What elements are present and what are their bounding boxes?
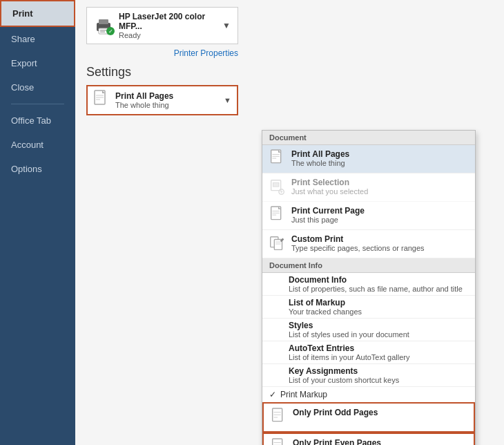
sidebar-item-label: Share [11,34,35,44]
svg-rect-14 [273,182,278,187]
document-info-title: Document Info [289,275,468,285]
print-selection-desc: Just what you selected [291,187,468,196]
document-info-desc: List of properties, such as file name, a… [289,285,468,293]
print-all-pages-text: Print All Pages The whole thing [291,149,468,167]
print-markup-row[interactable]: ✓ Print Markup [262,387,475,402]
document-info-text: Document Info List of properties, such a… [289,275,468,293]
sidebar-item-label: Close [11,82,34,93]
print-all-pages-icon [269,149,286,169]
print-selection-icon [269,178,286,197]
list-of-markup-desc: Your tracked changes [289,307,468,316]
print-selection-title: Print Selection [291,178,468,187]
even-pages-title: Only Print Even Pages [293,438,467,445]
sidebar-item-close[interactable]: Close [0,75,75,100]
custom-print-desc: Type specific pages, sections or ranges [291,244,468,252]
main-content: ✓ HP LaserJet 200 color MFP... Ready ▼ P… [75,0,504,445]
svg-rect-1 [99,19,108,24]
odd-pages-title: Only Print Odd Pages [293,408,467,417]
doc-info-section-header: Document Info [262,258,475,273]
printer-status-check: ✓ [106,27,115,35]
svg-rect-4 [100,32,105,33]
list-of-markup-title: List of Markup [289,298,468,307]
print-current-page-title: Print Current Page [291,206,468,216]
only-print-even-pages-option[interactable]: Only Print Even Pages [262,433,475,445]
print-current-page-option[interactable]: Print Current Page Just this page [262,202,475,230]
only-print-odd-pages-option[interactable]: Only Print Odd Pages [262,402,475,433]
print-selection-text: Print Selection Just what you selected [291,178,468,196]
doc-info-section: Document Info List of properties, such a… [262,273,475,387]
dropdown-sub-label: The whole thing [115,101,224,109]
printer-status: Ready [119,31,222,39]
sidebar-item-options[interactable]: Options [0,157,75,181]
settings-title: Settings [86,65,493,79]
styles-option[interactable]: Styles List of styles used in your docum… [262,319,475,341]
custom-print-icon [269,234,286,254]
printer-properties-link[interactable]: Printer Properties [86,48,238,58]
even-pages-icon [271,438,287,445]
custom-print-option[interactable]: Custom Print Type specific pages, sectio… [262,230,475,258]
sidebar-item-office-tab[interactable]: Office Tab [0,108,75,133]
print-markup-label: Print Markup [280,390,327,399]
dropdown-main-label: Print All Pages [115,91,224,101]
sidebar-item-label: Print [12,8,33,19]
autotext-entries-text: AutoText Entries List of items in your A… [289,343,468,361]
odd-pages-text: Only Print Odd Pages [293,408,467,417]
print-selection-option: Print Selection Just what you selected [262,173,475,202]
doc-icon [93,90,110,111]
sidebar-item-label: Account [11,140,43,150]
print-current-page-icon [269,206,286,225]
printer-name: HP LaserJet 200 color MFP... [119,12,222,31]
styles-title: Styles [289,321,468,330]
print-all-pages-dropdown[interactable]: Print All Pages The whole thing ▼ [86,85,238,115]
key-assignments-text: Key Assignments List of your custom shor… [289,366,468,384]
print-current-page-text: Print Current Page Just this page [291,206,468,224]
print-current-page-desc: Just this page [291,216,468,224]
sidebar-divider [11,104,64,104]
sidebar: Print Share Export Close Office Tab Acco… [0,0,75,445]
print-dropdown-menu: Document Print All Pages The whole thing [262,130,476,445]
svg-rect-30 [273,439,282,445]
document-info-option[interactable]: Document Info List of properties, such a… [262,273,475,296]
sidebar-item-account[interactable]: Account [0,133,75,157]
autotext-entries-desc: List of items in your AutoText gallery [289,353,468,361]
styles-desc: List of styles used in your document [289,330,468,339]
sidebar-item-label: Options [11,164,42,174]
key-assignments-title: Key Assignments [289,366,468,376]
dropdown-text-area: Print All Pages The whole thing [115,91,224,109]
printer-info: HP LaserJet 200 color MFP... Ready [119,12,222,39]
autotext-entries-title: AutoText Entries [289,343,468,353]
print-all-pages-desc: The whole thing [291,159,468,167]
list-of-markup-text: List of Markup Your tracked changes [289,298,468,316]
printer-selector[interactable]: ✓ HP LaserJet 200 color MFP... Ready ▼ [86,7,238,44]
printer-dropdown-arrow[interactable]: ▼ [222,21,231,30]
sidebar-item-label: Office Tab [11,115,51,126]
sidebar-item-print[interactable]: Print [0,0,75,27]
autotext-entries-option[interactable]: AutoText Entries List of items in your A… [262,341,475,364]
custom-print-text: Custom Print Type specific pages, sectio… [291,234,468,252]
printer-icon-area: ✓ [94,16,113,35]
print-all-pages-option[interactable]: Print All Pages The whole thing [262,145,475,173]
dropdown-arrow-icon: ▼ [224,96,231,104]
odd-pages-icon [271,408,287,427]
key-assignments-option[interactable]: Key Assignments List of your custom shor… [262,364,475,387]
sidebar-item-share[interactable]: Share [0,27,75,51]
print-markup-check-icon: ✓ [269,390,280,399]
print-all-pages-title: Print All Pages [291,149,468,159]
key-assignments-desc: List of your custom shortcut keys [289,376,468,384]
sidebar-item-label: Export [11,58,37,68]
even-pages-text: Only Print Even Pages [293,438,467,445]
custom-print-title: Custom Print [291,234,468,244]
list-of-markup-option[interactable]: List of Markup Your tracked changes [262,296,475,319]
document-section-header: Document [262,131,475,145]
sidebar-item-export[interactable]: Export [0,51,75,75]
styles-text: Styles List of styles used in your docum… [289,321,468,339]
